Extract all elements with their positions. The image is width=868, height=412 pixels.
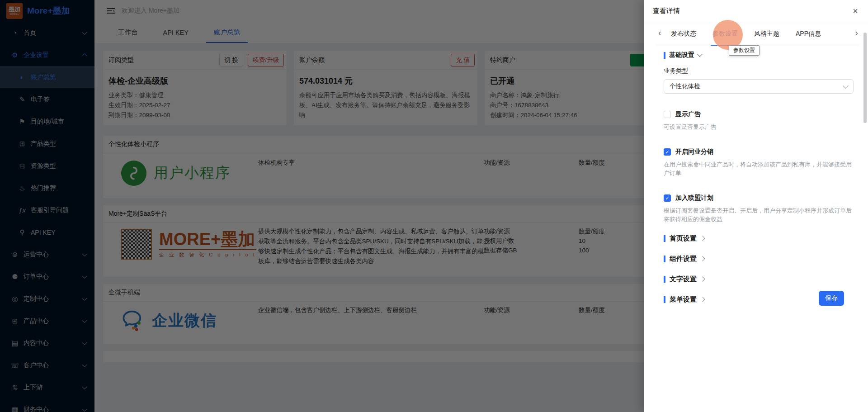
drawer-tab-app-info[interactable]: APP信息 [796, 22, 821, 45]
drawer-title: 查看详情 [653, 7, 853, 15]
link-label: 菜单设置 [670, 295, 697, 304]
link-label: 首页设置 [670, 234, 697, 243]
close-icon[interactable]: × [853, 6, 858, 15]
peer-distribution-checkbox[interactable]: ✓ [664, 148, 671, 156]
home-settings-link[interactable]: 首页设置 [664, 234, 854, 242]
link-label: 组件设置 [670, 255, 697, 263]
detail-drawer: 查看详情 × ‹ 发布状态 参数设置 风格主题 APP信息 › 参数设置 基础设… [644, 0, 868, 412]
group-accent-bar [664, 276, 665, 283]
chevron-down-icon [843, 83, 849, 89]
biz-type-select[interactable]: 个性化体检 [664, 79, 854, 94]
chevron-right-icon [700, 236, 705, 241]
drawer-header: 查看详情 × [644, 0, 868, 22]
peer-distribution-row: ✓ 开启同业分销 [664, 148, 854, 156]
peer-distribution-helper: 在用户搜索命中同业产品时，将自动添加该产品到私有库，并能够接受用户订单 [664, 160, 854, 177]
alliance-plan-checkbox[interactable]: ✓ [664, 194, 671, 202]
chevron-right-icon [700, 276, 705, 281]
show-ads-row: 显示广告 [664, 110, 854, 118]
drawer-scrollbar-thumb[interactable] [863, 33, 867, 123]
show-ads-helper: 可设置是否显示广告 [664, 123, 854, 131]
drawer-body: 基础设置 业务类型 个性化体检 显示广告 可设置是否显示广告 ✓ 开启同业分销 … [644, 45, 868, 303]
tab-tooltip: 参数设置 [729, 45, 760, 56]
component-settings-link[interactable]: 组件设置 [664, 255, 854, 263]
chevron-right-icon [700, 297, 705, 302]
tabs-prev-icon[interactable]: ‹ [658, 28, 661, 38]
alliance-plan-row: ✓ 加入联盟计划 [664, 194, 854, 202]
drawer-tab-publish-status[interactable]: 发布状态 [671, 22, 696, 45]
biz-type-label: 业务类型 [664, 67, 854, 75]
chevron-right-icon [700, 256, 705, 261]
show-ads-checkbox[interactable] [664, 111, 671, 118]
group-accent-bar [664, 52, 665, 59]
checkbox-label: 开启同业分销 [675, 148, 713, 156]
checkbox-label: 显示广告 [675, 110, 701, 118]
text-settings-link[interactable]: 文字设置 [664, 275, 854, 283]
drawer-tab-style-theme[interactable]: 风格主题 [754, 22, 779, 45]
group-title: 基础设置 [669, 51, 694, 59]
drawer-tab-parameter-settings[interactable]: 参数设置 [712, 22, 738, 45]
app-root: 墨加 MORE+ More+墨加 ◔ 首页 ⚙ 企业设置 ◐ 账户总览 ✎ [0, 0, 868, 412]
group-accent-bar [664, 256, 665, 262]
tabs-next-icon[interactable]: › [855, 28, 858, 38]
drawer-tabbar: ‹ 发布状态 参数设置 风格主题 APP信息 › [656, 22, 859, 45]
group-accent-bar [664, 235, 665, 242]
chevron-down-icon [697, 52, 702, 57]
link-label: 文字设置 [670, 275, 697, 284]
checkbox-label: 加入联盟计划 [675, 194, 713, 202]
alliance-plan-helper: 根据订阅套餐设置是否开启。开启后，用户分享定制小程序并形成订单后将获得相应的佣金… [664, 206, 854, 223]
biz-type-value: 个性化体检 [670, 82, 700, 90]
group-accent-bar [664, 296, 665, 303]
save-button[interactable]: 保存 [819, 291, 844, 306]
